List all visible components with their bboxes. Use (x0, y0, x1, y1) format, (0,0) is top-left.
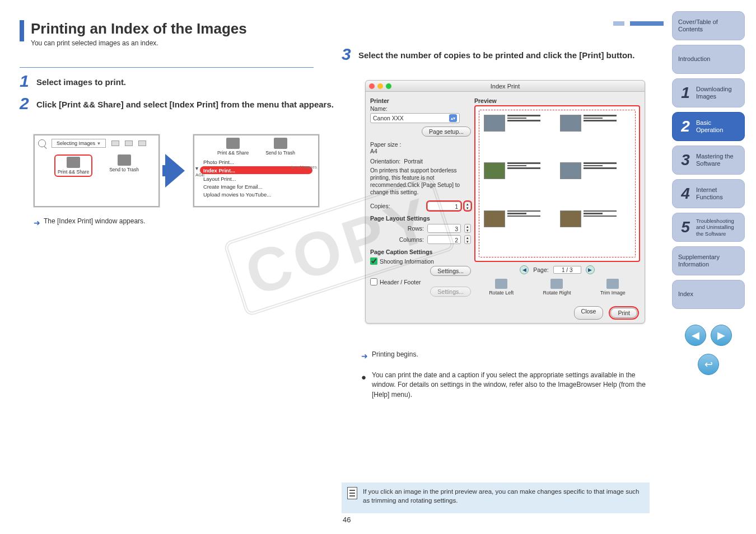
nav-chapter-3[interactable]: 3 Mastering the Software (672, 146, 745, 175)
shooting-info-settings-button[interactable]: Settings... (430, 266, 471, 276)
footer-tip-box: If you click an image in the print previ… (342, 483, 650, 513)
preview-thumb[interactable] (560, 115, 631, 157)
result-arrow-icon: ➜ (34, 218, 40, 227)
chevron-updown-icon: ▴▾ (449, 114, 457, 122)
selecting-images-label: Selecting Images (57, 140, 95, 146)
print-share-menu: Photo Print... Index Print... Layout Pri… (200, 158, 312, 198)
return-button[interactable]: ↩ (698, 354, 719, 375)
page-number: 46 (343, 516, 351, 524)
nav-chapter-1[interactable]: 1 Downloading Images (672, 78, 745, 107)
nav-label: Cover/Table of Contents (678, 18, 739, 33)
preview-label: Preview (474, 97, 640, 104)
nav-label: Supplementary Information (678, 254, 739, 268)
trim-image-button[interactable]: Trim Image (600, 279, 626, 296)
window-titlebar[interactable]: Index Print (366, 81, 645, 92)
borderless-note: On printers that support borderless prin… (370, 167, 471, 196)
nav-supplementary[interactable]: Supplementary Information (672, 246, 745, 275)
nav-index[interactable]: Index (672, 280, 745, 309)
page-caption-section-label: Page Caption Settings (370, 249, 471, 255)
copies-stepper[interactable]: ▴▾ (464, 202, 471, 210)
preview-thumb[interactable] (560, 210, 631, 252)
nav-chapter-5[interactable]: 5 Troubleshooting and Uninstalling the S… (672, 213, 745, 242)
printer-section-label: Printer (370, 97, 471, 104)
page-label: Page: (533, 266, 548, 273)
preview-thumb[interactable] (560, 162, 631, 204)
trash-icon (118, 154, 131, 166)
menu-item-create-image-email[interactable]: Create Image for Email... (200, 182, 312, 190)
nav-cover-toc[interactable]: Cover/Table of Contents (672, 11, 745, 40)
shooting-info-label: Shooting Information (380, 258, 434, 265)
columns-input[interactable]: 2 (427, 235, 461, 244)
nav-introduction[interactable]: Introduction (672, 45, 745, 74)
nav-number: 1 (678, 83, 693, 102)
rotate-right-button[interactable]: Rotate Right (543, 279, 571, 296)
preview-thumb[interactable] (484, 162, 554, 204)
send-to-trash-button[interactable]: Send to Trash (109, 154, 139, 177)
columns-stepper[interactable]: ▴▾ (464, 235, 471, 244)
bullet-icon: ● (361, 372, 366, 382)
rotate-left-icon (495, 279, 507, 289)
printer-selected-value: Canon XXX (373, 115, 404, 121)
print-and-share-label: Print && Share (217, 150, 249, 156)
nav-label: Index (678, 291, 739, 298)
print-and-share-button[interactable]: Print && Share (217, 138, 249, 156)
page-indicator: 1 / 3 (553, 266, 581, 274)
printer-select[interactable]: Canon XXX ▴▾ (370, 113, 460, 123)
copies-label: Copies: (370, 203, 390, 209)
nav-label: Introduction (678, 55, 739, 63)
rows-input[interactable]: 3 (427, 224, 461, 233)
preview-thumb[interactable] (484, 210, 554, 252)
send-to-trash-button[interactable]: Send to Trash (265, 138, 295, 156)
printer-name-label: Name: (370, 105, 471, 112)
shooting-info-checkbox[interactable] (370, 257, 377, 265)
window-title: Index Print (366, 83, 645, 90)
copies-input[interactable]: 1 (427, 202, 461, 210)
step-3-number: 3 (342, 45, 351, 64)
trim-label: Trim Image (600, 290, 626, 296)
grip-icon: ▾ (195, 165, 198, 171)
preview-next-page-button[interactable]: ▶ (586, 265, 595, 274)
right-side-nav: Cover/Table of Contents Introduction 1 D… (672, 11, 745, 375)
preview-area[interactable] (474, 105, 640, 262)
images-count-crop-label: lo. of Images (291, 165, 317, 170)
arrow-right-icon (165, 154, 185, 188)
menu-item-upload-youtube[interactable]: Upload movies to YouTube... (200, 190, 312, 198)
page-setup-button[interactable]: Page setup... (422, 127, 471, 137)
columns-label: Columns: (399, 236, 424, 243)
menu-item-layout-print[interactable]: Layout Print... (200, 175, 312, 182)
screenshot-toolbar-before: Selecting Images ▼ Print && Share Send t… (34, 134, 160, 207)
step3-bullet-text: You can print the date and a caption if … (372, 371, 646, 400)
rotate-left-label: Rotate Left (489, 290, 514, 296)
age-crop-label: AGE (195, 172, 205, 177)
step-2-text: Click [Print && Share] and select [Index… (36, 100, 334, 109)
document-icon (347, 487, 357, 499)
rotate-left-button[interactable]: Rotate Left (489, 279, 514, 296)
prev-page-button[interactable]: ◀ (685, 325, 706, 346)
nav-label: Troubleshooting and Uninstalling the Sof… (696, 218, 739, 237)
rows-stepper[interactable]: ▴▾ (464, 224, 471, 233)
preview-thumb[interactable] (484, 115, 554, 157)
thumb-icon (125, 140, 133, 146)
footer-tip-text: If you click an image in the print previ… (363, 487, 644, 505)
trim-icon (606, 279, 619, 289)
nav-chapter-2[interactable]: 2 Basic Operation (672, 112, 745, 141)
chevron-down-icon: ▼ (97, 141, 101, 146)
nav-number: 4 (678, 184, 693, 203)
next-page-button[interactable]: ▶ (711, 325, 732, 346)
selecting-images-dropdown[interactable]: Selecting Images ▼ (52, 139, 106, 148)
print-button[interactable]: Print (610, 308, 637, 318)
close-button[interactable]: Close (574, 306, 604, 320)
preview-prev-page-button[interactable]: ◀ (520, 265, 529, 274)
title-divider (20, 67, 314, 68)
nav-label: Downloading Images (696, 86, 739, 100)
nav-label: Internet Functions (696, 186, 739, 201)
nav-number: 5 (678, 218, 693, 237)
orientation-label: Orientation: (370, 158, 400, 165)
print-and-share-button[interactable]: Print && Share (54, 154, 92, 177)
nav-chapter-4[interactable]: 4 Internet Functions (672, 179, 745, 208)
nav-label: Basic Operation (696, 119, 739, 134)
page-subtitle: You can print selected images as an inde… (31, 39, 158, 47)
header-footer-checkbox[interactable] (370, 278, 377, 285)
nav-label: Mastering the Software (696, 153, 739, 167)
step3-result-text: Printing begins. (372, 350, 418, 358)
